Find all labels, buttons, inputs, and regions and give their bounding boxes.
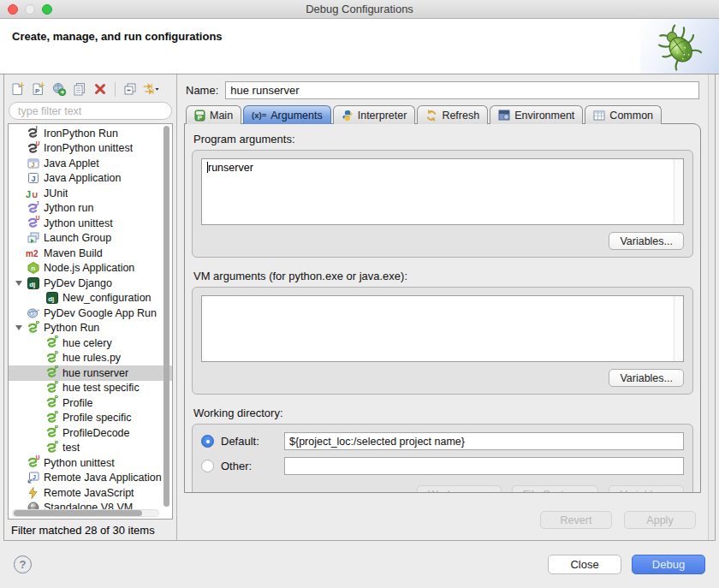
tree-item-remote-javascript[interactable]: Remote JavaScript xyxy=(9,485,172,501)
tree-item-junit[interactable]: JUJUnit xyxy=(9,186,172,201)
node-icon: n xyxy=(26,261,40,275)
java-applet-icon: J xyxy=(26,157,40,170)
filter-input[interactable] xyxy=(9,102,172,120)
tree-item-node-js-application[interactable]: nNode.js Application xyxy=(9,261,172,276)
tree-horizontal-scrollbar[interactable] xyxy=(12,509,159,517)
editor-tabs: PMain(x)=ArgumentsInterpreterRefreshEnvi… xyxy=(184,104,701,124)
program-arguments-textarea[interactable]: runserver xyxy=(201,158,684,225)
debug-bug-icon xyxy=(640,19,719,74)
configurations-toolbar: +P+ xyxy=(8,78,173,100)
tree-item-python-unittest[interactable]: UPython unittest xyxy=(9,455,172,471)
vm-arguments-textarea[interactable] xyxy=(201,295,684,362)
other-directory-input[interactable] xyxy=(284,457,684,475)
close-button[interactable]: Close xyxy=(548,555,621,574)
program-arguments-label: Program arguments: xyxy=(193,133,692,146)
tab-main[interactable]: PMain xyxy=(186,105,241,124)
minimize-window-button[interactable] xyxy=(25,4,35,15)
tree-item-pydev-django[interactable]: djPyDev Django xyxy=(9,276,172,291)
remote-java-icon: J xyxy=(26,471,40,484)
py-purple-j-icon: J xyxy=(26,201,40,215)
new-prototype-button[interactable]: P+ xyxy=(30,80,47,98)
py-green-p-icon: P xyxy=(45,366,59,380)
new-configuration-button[interactable]: + xyxy=(9,80,27,98)
default-directory-input[interactable] xyxy=(284,432,684,450)
tree-item-java-applet[interactable]: JJava Applet xyxy=(9,156,172,171)
tree-item-hue-runserver[interactable]: Phue runserver xyxy=(9,365,172,381)
debug-button[interactable]: Debug xyxy=(632,555,705,574)
collapse-all-button[interactable] xyxy=(122,80,139,98)
file-system-button[interactable]: File System... xyxy=(512,485,599,493)
svg-text:I: I xyxy=(36,125,38,131)
tab-environment[interactable]: Environment xyxy=(490,105,583,124)
tree-item-new-configuration[interactable]: djNew_configuration xyxy=(9,291,172,306)
filter-configurations-button[interactable] xyxy=(142,80,159,98)
tree-item-profile[interactable]: PProfile xyxy=(9,395,172,411)
svg-text:J: J xyxy=(33,474,36,480)
tree-item-hue-test-specific[interactable]: Phue test specific xyxy=(9,381,172,396)
tab-common-icon xyxy=(593,110,605,121)
tree-item-test[interactable]: Ptest xyxy=(9,441,172,456)
debug-configurations-dialog: Debug Configurations Create, manage, and… xyxy=(0,0,719,588)
tree-item-jython-run[interactable]: JJython run xyxy=(9,201,172,217)
tree-item-hue-celery[interactable]: Phue celery xyxy=(9,336,172,351)
textarea-scrollbar[interactable] xyxy=(674,159,683,224)
tree-item-label: Maven Build xyxy=(44,247,103,259)
tree-item-jython-unittest[interactable]: UJython unittest xyxy=(9,216,172,231)
workspace-button[interactable]: Workspace... xyxy=(417,485,502,493)
tree-item-label: Python Run xyxy=(44,322,99,334)
tree-horizontal-scrollbar-thumb[interactable] xyxy=(14,510,142,516)
name-label: Name: xyxy=(186,84,218,97)
tree-item-label: PyDev Google App Run xyxy=(44,307,157,319)
vm-arguments-variables-button[interactable]: Variables... xyxy=(609,369,684,387)
tree-item-profile-specific[interactable]: PProfile specific xyxy=(9,411,172,426)
zoom-window-button[interactable] xyxy=(42,4,52,15)
svg-text:P: P xyxy=(198,113,203,121)
tree-item-launch-group[interactable]: Launch Group xyxy=(9,231,172,246)
delete-configuration-button[interactable] xyxy=(92,80,109,98)
tree-item-pydev-google-app-run[interactable]: PyDev Google App Run xyxy=(9,306,172,321)
remote-js-icon xyxy=(26,486,40,500)
tree-item-profiledecode[interactable]: PProfileDecode xyxy=(9,425,172,441)
apply-button[interactable]: Apply xyxy=(624,511,696,529)
tree-item-label: Java Applet xyxy=(44,157,99,169)
tree-item-ironpython-unittest[interactable]: UIronPython unittest xyxy=(9,141,172,157)
close-window-button[interactable] xyxy=(8,4,18,15)
duplicate-configuration-button[interactable] xyxy=(71,80,88,98)
tree-item-hue-rules-py[interactable]: Phue rules.py xyxy=(9,351,172,366)
main-area: +P+ IIronPython RunUIronPython unittestJ… xyxy=(3,74,716,541)
tree-vertical-scrollbar-thumb[interactable] xyxy=(163,126,169,507)
tree-item-java-application[interactable]: JJava Application xyxy=(9,171,172,187)
tree-item-remote-java-application[interactable]: JRemote Java Application xyxy=(9,471,172,486)
program-arguments-variables-button[interactable]: Variables... xyxy=(609,232,684,250)
tree-vertical-scrollbar[interactable] xyxy=(163,126,170,507)
tab-refresh[interactable]: Refresh xyxy=(417,105,488,124)
svg-text:J: J xyxy=(31,175,35,183)
tab-common[interactable]: Common xyxy=(585,105,662,124)
tree-item-label: Profile xyxy=(62,397,92,409)
expander-icon[interactable] xyxy=(12,281,26,286)
tree-item-maven-build[interactable]: m2Maven Build xyxy=(9,246,172,261)
name-input[interactable] xyxy=(225,81,699,99)
tab-label: Interpreter xyxy=(358,110,407,122)
tree-item-label: PyDev Django xyxy=(44,277,112,289)
revert-button[interactable]: Revert xyxy=(540,511,612,529)
expander-icon[interactable] xyxy=(12,325,26,330)
other-radio[interactable] xyxy=(201,460,214,472)
vm-arguments-label: VM arguments (for python.exe or java.exe… xyxy=(193,270,692,282)
tree-item-python-run[interactable]: PPython Run xyxy=(9,321,172,336)
editor-scrollbar-track[interactable] xyxy=(708,74,715,540)
py-green-p-icon: P xyxy=(45,336,59,350)
tab-arguments[interactable]: (x)=Arguments xyxy=(243,105,331,124)
tree-item-label: hue rules.py xyxy=(62,352,121,364)
svg-text:J: J xyxy=(26,188,31,199)
tree-item-ironpython-run[interactable]: IIronPython Run xyxy=(9,126,172,141)
default-radio[interactable] xyxy=(201,435,214,448)
tab-label: Refresh xyxy=(442,110,479,122)
help-button[interactable]: ? xyxy=(14,555,32,573)
tab-interpreter[interactable]: Interpreter xyxy=(333,105,416,124)
textarea-scrollbar[interactable] xyxy=(674,296,683,361)
export-configurations-button[interactable] xyxy=(51,80,68,98)
working-directory-variables-button[interactable]: Variables... xyxy=(609,485,684,493)
tab-main-icon: P xyxy=(194,110,205,122)
tree-item-label: New_configuration xyxy=(62,292,152,304)
